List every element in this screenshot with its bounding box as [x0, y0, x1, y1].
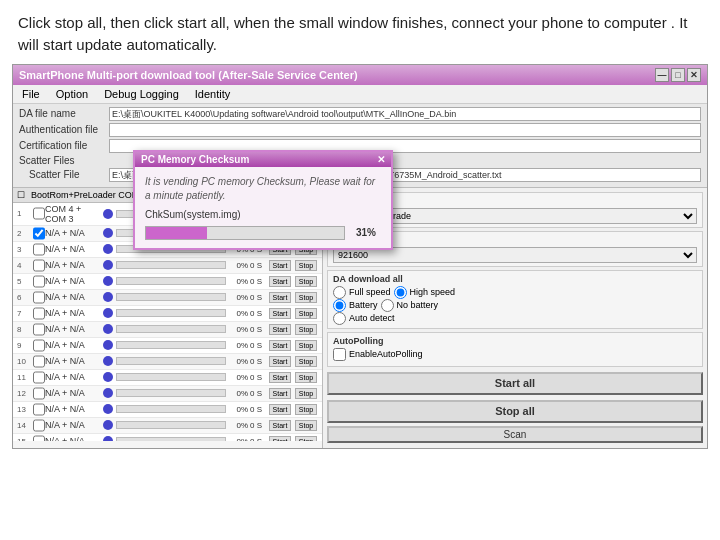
device-start-button[interactable]: Start: [269, 372, 291, 383]
device-check[interactable]: [33, 291, 45, 304]
device-start-button[interactable]: Start: [269, 356, 291, 367]
device-name: N/A + N/A: [45, 356, 100, 366]
device-num: 10: [17, 357, 33, 366]
checksum-popup: PC Memory Checksum ✕ It is vending PC me…: [133, 150, 393, 250]
device-row: 10 N/A + N/A 0% 0 S Start Stop: [13, 354, 322, 370]
device-row: 9 N/A + N/A 0% 0 S Start Stop: [13, 338, 322, 354]
menu-debug-logging[interactable]: Debug Logging: [101, 87, 182, 101]
device-check[interactable]: [33, 307, 45, 320]
popup-detail: ChkSum(system.img): [145, 209, 381, 220]
device-start-button[interactable]: Start: [269, 388, 291, 399]
minimize-button[interactable]: —: [655, 68, 669, 82]
device-start-button[interactable]: Start: [269, 436, 291, 441]
device-check[interactable]: [33, 243, 45, 256]
enable-auto-polling-label: EnableAutoPolling: [349, 349, 423, 359]
device-progress-bar: [116, 405, 226, 413]
auto-polling-title: AutoPolling: [333, 336, 697, 346]
device-dot: [103, 372, 113, 382]
radio-full-speed-input[interactable]: [333, 286, 346, 299]
device-check[interactable]: [33, 339, 45, 352]
device-time: 0 S: [250, 373, 266, 382]
close-button[interactable]: ✕: [687, 68, 701, 82]
device-time: 0 S: [250, 357, 266, 366]
radio-no-battery-input[interactable]: [381, 299, 394, 312]
device-num: 12: [17, 389, 33, 398]
da-file-row: DA file name E:\桌面\OUKITEL K4000\Updatin…: [19, 107, 701, 121]
device-name: N/A + N/A: [45, 340, 100, 350]
device-start-button[interactable]: Start: [269, 324, 291, 335]
da-file-input[interactable]: E:\桌面\OUKITEL K4000\Updating software\An…: [109, 107, 701, 121]
stop-all-button[interactable]: Stop all: [327, 400, 703, 423]
device-name: N/A + N/A: [45, 260, 100, 270]
radio-high-speed-input[interactable]: [394, 286, 407, 299]
radio-battery-input[interactable]: [333, 299, 346, 312]
device-check[interactable]: [33, 323, 45, 336]
device-progress-area: 0% 0 S Start Stop: [116, 372, 318, 383]
device-name: N/A + N/A: [45, 372, 100, 382]
device-num: 14: [17, 421, 33, 430]
popup-close-icon[interactable]: ✕: [377, 154, 385, 165]
device-stop-button[interactable]: Stop: [295, 372, 317, 383]
device-percent: 0%: [228, 261, 248, 270]
device-check[interactable]: [33, 355, 45, 368]
device-dot: [103, 324, 113, 334]
device-num: 9: [17, 341, 33, 350]
start-all-button[interactable]: Start all: [327, 372, 703, 395]
device-check[interactable]: [33, 419, 45, 432]
menu-identity[interactable]: Identity: [192, 87, 233, 101]
device-name: COM 4 + COM 3: [45, 204, 100, 224]
device-stop-button[interactable]: Stop: [295, 388, 317, 399]
device-num: 4: [17, 261, 33, 270]
device-start-button[interactable]: Start: [269, 276, 291, 287]
radio-auto-detect-input[interactable]: [333, 312, 346, 325]
device-percent: 0%: [228, 325, 248, 334]
device-check[interactable]: [33, 207, 45, 220]
device-percent: 0%: [228, 389, 248, 398]
maximize-button[interactable]: □: [671, 68, 685, 82]
enable-auto-polling-check[interactable]: [333, 348, 346, 361]
device-stop-button[interactable]: Stop: [295, 340, 317, 351]
device-row: 11 N/A + N/A 0% 0 S Start Stop: [13, 370, 322, 386]
device-stop-button[interactable]: Stop: [295, 404, 317, 415]
device-stop-button[interactable]: Stop: [295, 324, 317, 335]
auth-file-input[interactable]: [109, 123, 701, 137]
device-start-button[interactable]: Start: [269, 260, 291, 271]
device-percent: 0%: [228, 405, 248, 414]
device-check[interactable]: [33, 371, 45, 384]
device-start-button[interactable]: Start: [269, 420, 291, 431]
scan-button[interactable]: Scan: [327, 426, 703, 444]
device-stop-button[interactable]: Stop: [295, 356, 317, 367]
device-start-button[interactable]: Start: [269, 308, 291, 319]
device-dot: [103, 420, 113, 430]
device-check[interactable]: [33, 259, 45, 272]
device-row: 6 N/A + N/A 0% 0 S Start Stop: [13, 290, 322, 306]
device-row: 8 N/A + N/A 0% 0 S Start Stop: [13, 322, 322, 338]
device-stop-button[interactable]: Stop: [295, 420, 317, 431]
device-check[interactable]: [33, 275, 45, 288]
device-start-button[interactable]: Start: [269, 292, 291, 303]
device-check[interactable]: [33, 403, 45, 416]
device-check[interactable]: [33, 227, 45, 240]
menu-file[interactable]: File: [19, 87, 43, 101]
device-check[interactable]: [33, 387, 45, 400]
device-stop-button[interactable]: Stop: [295, 436, 317, 441]
device-check[interactable]: [33, 435, 45, 441]
device-progress-bar: [116, 421, 226, 429]
device-progress-area: 0% 0 S Start Stop: [116, 292, 318, 303]
device-num: 7: [17, 309, 33, 318]
device-stop-button[interactable]: Stop: [295, 276, 317, 287]
device-stop-button[interactable]: Stop: [295, 308, 317, 319]
device-stop-button[interactable]: Stop: [295, 292, 317, 303]
device-num: 2: [17, 229, 33, 238]
device-name: N/A + N/A: [45, 292, 100, 302]
enable-auto-polling-row: EnableAutoPolling: [333, 348, 697, 361]
popup-progress-container: 31%: [145, 226, 381, 240]
device-progress-area: 0% 0 S Start Stop: [116, 340, 318, 351]
device-progress-bar: [116, 309, 226, 317]
device-stop-button[interactable]: Stop: [295, 260, 317, 271]
device-start-button[interactable]: Start: [269, 340, 291, 351]
menu-option[interactable]: Option: [53, 87, 91, 101]
device-start-button[interactable]: Start: [269, 404, 291, 415]
device-progress-bar: [116, 277, 226, 285]
device-dot: [103, 340, 113, 350]
